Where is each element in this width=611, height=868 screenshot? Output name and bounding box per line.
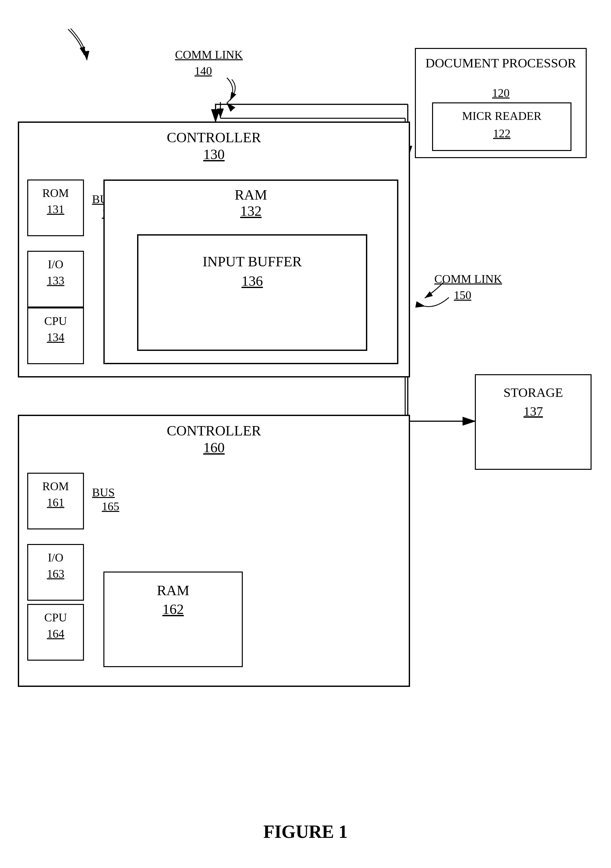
bus-165-number: 165 (102, 500, 119, 513)
micr-reader-label: MICR READER (433, 109, 571, 123)
figure-caption: FIGURE 1 (0, 822, 611, 842)
io-133-number: 133 (28, 274, 83, 287)
io-163-box: I/O 163 (27, 544, 84, 601)
io-133-box: I/O 133 (27, 251, 84, 307)
rom-161-label: ROM (28, 479, 83, 493)
rom-131-box: ROM 131 (27, 180, 84, 236)
input-buffer-136-box: INPUT BUFFER 136 (137, 234, 367, 351)
comm-link-140-label: COMM LINK (175, 48, 243, 62)
cpu-134-label: CPU (28, 314, 83, 328)
document-processor-label: DOCUMENT PROCESSOR (416, 56, 586, 71)
comm-link-150-number: 150 (454, 288, 471, 302)
cpu-164-box: CPU 164 (27, 604, 84, 660)
rom-131-number: 131 (28, 203, 83, 216)
ram-162-box: RAM 162 (103, 572, 243, 667)
controller-130-label: CONTROLLER (19, 129, 409, 146)
micr-reader-box: MICR READER 122 (432, 102, 571, 151)
diagram: COMM LINK 140 DOCUMENT PROCESSOR 120 MIC… (0, 0, 611, 868)
bus-165-label: BUS (92, 486, 115, 499)
io-163-number: 163 (28, 567, 83, 581)
cpu-134-box: CPU 134 (27, 307, 84, 364)
controller-160-number: 160 (19, 439, 409, 456)
controller-160-label: CONTROLLER (19, 423, 409, 439)
comm-link-150-label: COMM LINK (434, 272, 502, 286)
controller-130-number: 130 (19, 146, 409, 163)
controller-130-box: CONTROLLER 130 BUS 135 ROM 131 I/O 133 C… (18, 121, 410, 377)
rom-161-box: ROM 161 (27, 473, 84, 529)
micr-reader-number: 122 (433, 127, 571, 140)
storage-137-box: STORAGE 137 (475, 374, 592, 470)
storage-137-number: 137 (476, 404, 591, 419)
rom-161-number: 161 (28, 496, 83, 509)
ram-132-box: RAM 132 INPUT BUFFER 136 (103, 180, 399, 364)
ram-132-number: 132 (105, 203, 397, 219)
input-buffer-136-number: 136 (138, 273, 366, 289)
cpu-164-label: CPU (28, 611, 83, 625)
ram-162-label: RAM (104, 582, 242, 599)
document-processor-box: DOCUMENT PROCESSOR 120 MICR READER 122 (415, 48, 587, 158)
io-133-label: I/O (28, 257, 83, 271)
io-163-label: I/O (28, 551, 83, 564)
ram-162-number: 162 (104, 601, 242, 618)
ram-132-label: RAM (105, 187, 397, 203)
comm-link-140-number: 140 (194, 64, 212, 78)
rom-131-label: ROM (28, 186, 83, 200)
document-processor-number: 120 (416, 86, 586, 100)
controller-160-box: CONTROLLER 160 BUS 165 ROM 161 I/O 163 C… (18, 415, 410, 687)
storage-137-label: STORAGE (476, 385, 591, 400)
input-buffer-136-label: INPUT BUFFER (138, 253, 366, 270)
cpu-134-number: 134 (28, 330, 83, 344)
cpu-164-number: 164 (28, 627, 83, 640)
